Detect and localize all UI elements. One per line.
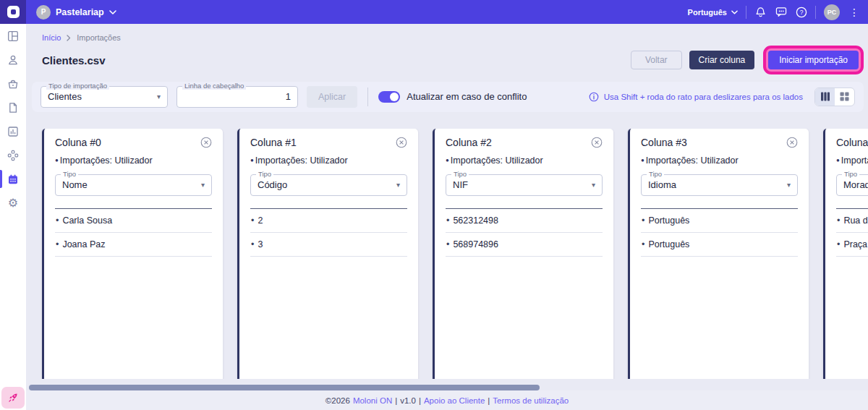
create-column-button[interactable]: Criar coluna — [689, 51, 755, 69]
column-tag-text: Importações: Utilizador — [841, 155, 868, 166]
column-value-text: Português — [648, 215, 689, 226]
chevron-right-icon — [67, 35, 71, 41]
column-value-text: 3 — [258, 239, 263, 249]
kebab-menu-icon[interactable]: ⋮ — [848, 7, 861, 17]
company-switcher[interactable]: P Pastelariap — [36, 5, 116, 20]
rocket-icon — [7, 392, 19, 403]
close-circle-icon[interactable] — [591, 137, 603, 148]
grid-view-button[interactable] — [835, 88, 854, 106]
user-avatar[interactable]: PC — [824, 4, 840, 20]
sidebar-item-contacts[interactable] — [0, 48, 26, 72]
footer-separator: | — [488, 396, 490, 405]
header-line-label: Linha de cabeçalho — [182, 82, 246, 90]
bullet-icon: • — [642, 215, 644, 226]
back-button[interactable]: Voltar — [631, 51, 682, 69]
column-card: Coluna #3 ● Importações: Utilizador Tipo… — [628, 129, 809, 380]
sidebar-item-integrations[interactable] — [0, 143, 26, 167]
bullet-icon: • — [446, 239, 449, 249]
app-logo[interactable] — [0, 0, 26, 24]
column-type-select[interactable]: Tipo NIF ▾ — [446, 174, 603, 196]
import-type-select[interactable]: Tipo de importação Clientes ▾ — [41, 86, 168, 108]
column-value-row: •Carla Sousa — [55, 209, 212, 233]
bullet-icon: • — [56, 239, 59, 249]
breadcrumb-home-link[interactable]: Início — [42, 33, 61, 42]
column-type-select[interactable]: Tipo Código ▾ — [250, 174, 407, 196]
bullet-icon: • — [837, 215, 840, 226]
caret-down-icon: ▾ — [157, 93, 161, 101]
apply-button[interactable]: Aplicar — [307, 86, 357, 108]
basket-icon — [7, 78, 19, 90]
column-tag: ● Importações: Utilizador — [250, 155, 407, 166]
sidebar-item-reports[interactable] — [0, 119, 26, 143]
bar-chart-icon — [7, 126, 19, 137]
import-type-value: Clientes — [48, 91, 82, 102]
main-content: Início Importações Clientes.csv Voltar C… — [26, 24, 868, 410]
column-values: •Rua da S•Praça da — [836, 209, 868, 257]
language-label: Português — [688, 8, 727, 17]
column-type-value: Nome — [62, 179, 88, 190]
column-tag-text: Importações: Utilizador — [646, 155, 739, 166]
column-type-select[interactable]: Tipo Nome ▾ — [55, 174, 212, 196]
notifications-bell-icon[interactable] — [754, 6, 767, 18]
column-value-row: •Português — [641, 233, 798, 257]
column-value-row: •Rua da S — [836, 209, 868, 233]
breadcrumb-current: Importações — [77, 33, 121, 42]
start-import-button[interactable]: Iniciar importação — [768, 51, 859, 69]
columns-view-button[interactable] — [815, 88, 835, 106]
help-icon[interactable]: ? — [795, 6, 807, 18]
horizontal-scrollbar — [29, 385, 864, 390]
bullet-icon: • — [251, 239, 254, 249]
info-icon — [589, 92, 599, 102]
sidebar-item-documents[interactable] — [0, 95, 26, 119]
calendar-icon — [7, 174, 19, 185]
conflict-toggle[interactable] — [378, 91, 400, 103]
footer-brand-link[interactable]: Moloni ON — [353, 396, 392, 405]
column-type-value: NIF — [453, 179, 468, 190]
close-circle-icon[interactable] — [396, 137, 407, 148]
column-value-text: Rua da S — [843, 215, 868, 226]
filter-panel: Tipo de importação Clientes ▾ Linha de c… — [32, 82, 864, 112]
column-type-select[interactable]: Tipo Idioma ▾ — [641, 174, 798, 196]
caret-down-icon: ▾ — [201, 181, 205, 189]
column-value-text: Praça da — [843, 239, 868, 249]
bullet-icon: • — [56, 215, 59, 226]
document-icon — [7, 102, 19, 114]
dashboard-icon — [7, 30, 19, 42]
tutorial-highlight-ring: Iniciar importação — [763, 46, 864, 74]
bullet-icon: • — [837, 239, 840, 249]
column-type-value: Idioma — [648, 179, 676, 190]
column-type-select[interactable]: Tipo Morada ▾ — [836, 174, 868, 196]
onboarding-rocket-button[interactable] — [1, 387, 25, 409]
page-title: Clientes.csv — [42, 54, 106, 67]
close-circle-icon[interactable] — [200, 137, 212, 148]
column-value-text: 562312498 — [453, 215, 498, 226]
scrollbar-thumb[interactable] — [29, 385, 540, 390]
sidebar-item-imports[interactable] — [0, 167, 26, 191]
caret-down-icon: ▾ — [396, 181, 400, 189]
sidebar-item-settings[interactable]: ⚙ — [0, 191, 26, 215]
footer-terms-link[interactable]: Termos de utilização — [493, 396, 569, 405]
column-value-row: •2 — [250, 209, 407, 233]
chat-icon[interactable] — [775, 6, 787, 18]
column-title: Coluna #1 — [250, 137, 297, 148]
footer-copyright: ©2026 — [326, 396, 350, 405]
column-card: Coluna #2 ● Importações: Utilizador Tipo… — [433, 129, 613, 380]
footer-support-link[interactable]: Apoio ao Cliente — [424, 396, 485, 405]
column-value-text: Joana Paz — [62, 239, 105, 249]
column-tag: ● Importações: Utilizador — [55, 155, 212, 166]
divider — [815, 6, 816, 19]
column-title: Coluna #2 — [446, 137, 492, 148]
sidebar-item-products[interactable] — [0, 72, 26, 95]
chevron-down-icon — [109, 10, 116, 14]
close-circle-icon[interactable] — [786, 137, 798, 148]
dot-icon: ● — [836, 157, 840, 163]
grid-view-icon — [840, 92, 849, 101]
language-selector[interactable]: Português — [688, 8, 738, 17]
header-line-input[interactable]: Linha de cabeçalho 1 — [176, 86, 298, 108]
dot-icon: ● — [641, 157, 644, 163]
columns-viewport: Coluna #0 ● Importações: Utilizador Tipo… — [26, 129, 868, 380]
sidebar-item-dashboard[interactable] — [0, 24, 26, 48]
column-value-row: •Português — [641, 209, 798, 233]
bullet-icon: • — [446, 215, 449, 226]
column-tag: ● Importações: Utilizador — [446, 155, 603, 166]
